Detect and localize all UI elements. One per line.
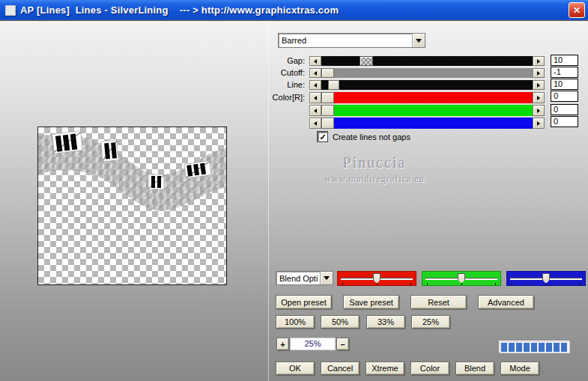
close-button[interactable]: ✕ <box>569 2 585 18</box>
preview-area[interactable] <box>37 127 227 285</box>
blend-button[interactable]: Blend <box>455 362 494 375</box>
color-blue-track[interactable] <box>321 118 533 129</box>
progress-segment <box>509 343 515 352</box>
blend-options-value: Blend Opti <box>276 274 320 283</box>
xtreme-button[interactable]: Xtreme <box>366 362 404 375</box>
color-green-arrow-left-icon[interactable] <box>309 105 321 116</box>
watermark-site: www.maidiregrafica.eu <box>315 174 434 185</box>
color-green-track[interactable] <box>321 105 533 116</box>
window-title: AP [Lines] Lines - SilverLining --- > ht… <box>20 4 339 16</box>
color-button[interactable]: Color <box>410 362 449 375</box>
color-red-arrow-right-icon[interactable] <box>533 92 545 103</box>
blend-green-thumb[interactable] <box>458 273 465 284</box>
advanced-button[interactable]: Advanced <box>478 295 534 309</box>
cutoff-slider <box>309 68 545 78</box>
color-green-arrow-right-icon[interactable] <box>533 105 545 116</box>
app-icon <box>5 5 16 16</box>
zoom-out-button[interactable]: – <box>336 338 349 350</box>
color-green-thumb[interactable] <box>321 105 334 116</box>
mode-button[interactable]: Mode <box>500 362 539 375</box>
ok-button[interactable]: OK <box>276 362 315 375</box>
open-preset-button[interactable]: Open preset <box>276 295 332 309</box>
watermark: Pinuccia www.maidiregrafica.eu <box>315 154 434 185</box>
blend-blue-thumb[interactable] <box>542 273 550 284</box>
color-green-slider <box>309 105 545 116</box>
cutoff-arrow-right-icon[interactable] <box>533 68 545 78</box>
blend-green-slider[interactable] <box>422 271 501 286</box>
color-r-label: Color[R]: <box>255 93 305 103</box>
save-preset-button[interactable]: Save preset <box>343 295 399 309</box>
progress-segment <box>546 343 552 352</box>
plugin-dialog: AP [Lines] Lines - SilverLining --- > ht… <box>0 0 588 381</box>
blend-red-thumb[interactable] <box>373 273 381 284</box>
color-blue-thumb[interactable] <box>321 118 334 129</box>
progress-bar <box>500 341 570 353</box>
tick-mark <box>546 283 547 285</box>
preset-dropdown-value: Barred <box>279 36 412 45</box>
cutoff-arrow-left-icon[interactable] <box>309 68 321 78</box>
color-blue-arrow-right-icon[interactable] <box>533 118 545 129</box>
gap-arrow-left-icon[interactable] <box>309 56 321 66</box>
zoom-in-button[interactable]: + <box>276 338 289 350</box>
line-value: 10 <box>551 79 578 90</box>
gap-thumb[interactable] <box>360 56 373 66</box>
cutoff-thumb[interactable] <box>321 68 334 78</box>
gap-slider <box>309 56 545 66</box>
preset-dropdown-button[interactable] <box>412 34 425 47</box>
cutoff-track[interactable] <box>321 68 533 78</box>
zoom-50-button[interactable]: 50% <box>321 315 360 329</box>
create-lines-checkbox[interactable]: ✓ <box>318 132 327 141</box>
color-red-track[interactable] <box>321 92 533 103</box>
color-blue-value: 0 <box>551 116 578 127</box>
line-thumb[interactable] <box>328 80 339 90</box>
blend-options-button[interactable] <box>320 272 333 284</box>
zoom-25-button[interactable]: 25% <box>411 315 450 329</box>
color-red-arrow-left-icon[interactable] <box>309 92 321 103</box>
blend-red-slider[interactable] <box>337 271 416 286</box>
tick-mark <box>512 283 512 285</box>
color-red-thumb[interactable] <box>321 92 334 103</box>
title-bar: AP [Lines] Lines - SilverLining --- > ht… <box>0 0 588 20</box>
line-track[interactable] <box>321 80 533 90</box>
tick-mark <box>461 283 462 285</box>
color-red-slider <box>309 92 545 103</box>
tick-mark <box>580 283 581 285</box>
color-green-value: 0 <box>551 104 578 115</box>
gap-track[interactable] <box>321 56 533 66</box>
close-icon: ✕ <box>573 5 581 16</box>
chevron-down-icon <box>324 276 330 280</box>
tick-mark <box>342 283 343 285</box>
blend-blue-slider[interactable] <box>506 271 586 286</box>
line-arrow-right-icon[interactable] <box>533 80 545 90</box>
progress-segment <box>501 343 507 352</box>
progress-segment <box>561 343 567 352</box>
line-arrow-left-icon[interactable] <box>309 80 321 90</box>
preset-dropdown[interactable]: Barred <box>278 33 425 48</box>
gap-arrow-right-icon[interactable] <box>533 56 545 66</box>
color-blue-arrow-left-icon[interactable] <box>309 118 321 129</box>
check-icon: ✓ <box>319 134 326 141</box>
blend-options-dropdown[interactable]: Blend Opti <box>276 271 333 285</box>
progress-segment <box>554 343 560 352</box>
progress-segment <box>539 343 545 352</box>
cancel-button[interactable]: Cancel <box>321 362 360 375</box>
gap-value: 10 <box>551 55 578 66</box>
preview-image <box>38 127 226 284</box>
tick-mark <box>410 283 411 285</box>
create-lines-label: Create lines not gaps <box>333 132 410 141</box>
line-slider <box>309 80 545 90</box>
zoom-33-button[interactable]: 33% <box>366 315 405 329</box>
progress-segment <box>516 343 522 352</box>
titlebar-divider <box>0 20 588 21</box>
color-blue-slider <box>309 118 545 129</box>
gap-label: Gap: <box>255 56 305 66</box>
chevron-down-icon <box>416 39 422 43</box>
progress-segment <box>524 343 530 352</box>
reset-button[interactable]: Reset <box>410 295 467 309</box>
line-label: Line: <box>255 80 305 90</box>
zoom-100-button[interactable]: 100% <box>276 315 315 329</box>
tick-mark <box>427 283 428 285</box>
tick-mark <box>495 283 496 285</box>
zoom-level-display: 25% <box>290 338 336 350</box>
color-red-value: 0 <box>551 91 578 102</box>
